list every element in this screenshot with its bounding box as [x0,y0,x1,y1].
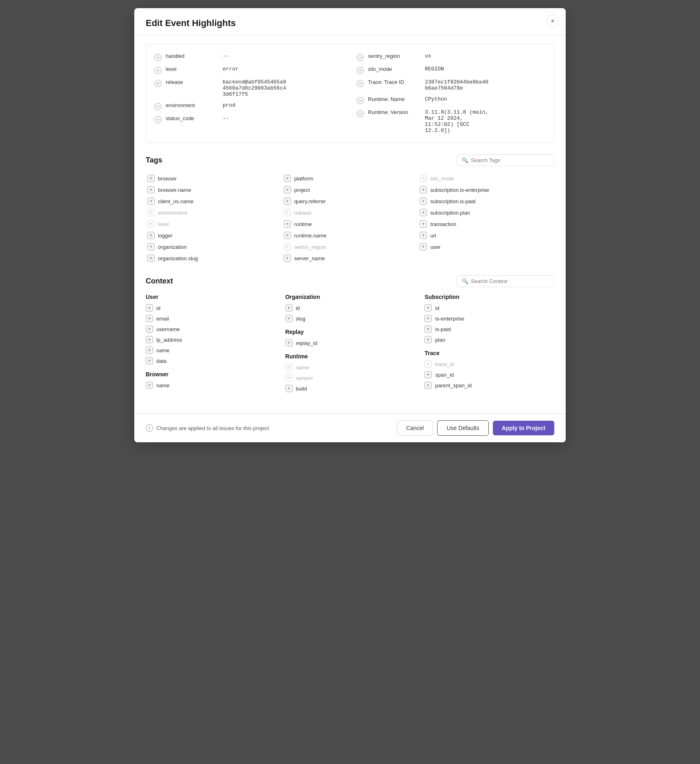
tag-label-muted: sentry_region [294,244,326,250]
footer-info: i Changes are applied to all issues for … [146,424,269,432]
tag-label: query.referrer [294,198,326,204]
tags-search-box[interactable]: 🔍 [457,154,554,166]
add-organization-tag-button[interactable]: + [147,243,155,250]
context-label: plan [435,337,445,343]
tag-label: browser [158,176,177,182]
highlight-value: backend@abf0545465a94560a7d8c29083ab56c4… [223,79,286,97]
add-replay-id-button[interactable]: + [285,339,293,347]
context-group-runtime-title: Runtime [285,353,415,360]
highlight-value: 2387ec1f82044be8ba40b6ae7584d78e [425,79,488,91]
add-sub-plan-tag-button[interactable]: + [420,209,427,216]
add-sub-is-paid-button[interactable]: + [424,325,432,333]
add-client-os-name-tag-button[interactable]: + [147,198,155,205]
list-item: +slug [285,313,415,324]
add-sub-is-enterprise-button[interactable]: + [424,315,432,322]
highlight-value: error [223,66,238,72]
highlights-box: − handled -- − level error − release bac… [146,44,554,143]
highlight-key: handled [166,53,219,59]
add-server-name-tag-button[interactable]: + [284,255,291,262]
add-url-tag-button[interactable]: + [420,232,427,239]
add-runtime-name-tag-button[interactable]: + [284,232,291,239]
context-col-2: Organization +id +slug Replay +replay_id… [285,294,415,394]
info-icon: i [146,424,153,432]
list-item: +id [146,303,276,313]
remove-trace-id-button[interactable]: − [357,80,364,87]
list-item: +url [418,230,554,241]
context-label: replay_id [296,340,317,346]
tag-label: transaction [430,221,456,227]
remove-sentry-region-button[interactable]: − [357,54,364,61]
close-button[interactable]: × [546,15,559,28]
remove-silo-mode-button[interactable]: − [357,67,364,74]
context-section-header: Context 🔍 [146,275,554,287]
search-icon: 🔍 [462,278,468,284]
tags-search-input[interactable] [471,157,549,163]
add-user-tag-button[interactable]: + [420,243,427,250]
context-label: id [296,305,300,311]
use-defaults-button[interactable]: Use Defaults [437,420,488,436]
tag-label: runtime.name [294,233,326,239]
add-user-name-button[interactable]: + [146,347,153,354]
add-transaction-tag-button[interactable]: + [420,220,427,228]
add-user-ip-button[interactable]: + [146,336,153,343]
remove-runtime-version-button[interactable]: − [357,110,364,117]
context-group-replay-title: Replay [285,329,415,335]
context-label: slug [296,316,306,322]
add-organization-slug-tag-button[interactable]: + [147,255,155,262]
list-item: +build [285,383,415,394]
add-browser-name-tag-button[interactable]: + [147,186,155,193]
add-runtime-build-button[interactable]: + [285,385,293,392]
modal-footer: i Changes are applied to all issues for … [134,413,566,442]
add-sub-paid-tag-button[interactable]: + [420,198,427,205]
tag-label-muted: release [294,210,312,216]
context-search-input[interactable] [471,278,549,284]
list-item: +id [285,303,415,313]
list-item: +name [146,345,276,356]
remove-handled-button[interactable]: − [154,54,162,61]
add-parent-span-id-button[interactable]: + [424,382,432,389]
remove-runtime-name-button[interactable]: − [357,97,364,104]
remove-status-code-button[interactable]: − [154,116,162,123]
tag-label: organization [158,244,187,250]
context-label-muted: trace_id [435,361,454,367]
list-item: +is-enterprise [424,313,554,324]
highlight-row: − level error [153,64,345,77]
add-span-id-button[interactable]: + [424,371,432,378]
add-org-slug-button[interactable]: + [285,315,293,322]
add-browser-tag-button[interactable]: + [147,175,155,182]
tag-label-muted: environment [158,210,187,216]
add-user-email-button[interactable]: + [146,315,153,322]
remove-release-button[interactable]: − [154,80,162,87]
add-project-tag-button[interactable]: + [284,186,291,193]
add-sub-enterprise-tag-button[interactable]: + [420,186,427,193]
add-logger-tag-button[interactable]: + [147,232,155,239]
add-browser-name-button[interactable]: + [146,382,153,389]
add-sub-id-button[interactable]: + [424,304,432,312]
cancel-button[interactable]: Cancel [397,420,433,436]
tags-section-header: Tags 🔍 [146,154,554,166]
add-runtime-tag-button[interactable]: + [284,220,291,228]
add-org-id-button[interactable]: + [285,304,293,312]
modal-header: Edit Event Highlights × [134,8,566,35]
tag-label: subscription.is-paid [430,198,475,204]
add-level-tag-button: + [147,220,155,228]
add-user-id-button[interactable]: + [146,304,153,312]
tag-label: user [430,244,440,250]
add-user-username-button[interactable]: + [146,325,153,333]
list-item: +ip_address [146,334,276,345]
list-item: +subscription.is-enterprise [418,184,554,195]
add-platform-tag-button[interactable]: + [284,175,291,182]
context-label: ip_address [156,337,182,343]
remove-level-button[interactable]: − [154,67,162,74]
add-query-referrer-tag-button[interactable]: + [284,198,291,205]
modal-title: Edit Event Highlights [146,18,554,29]
add-user-data-button[interactable]: + [146,357,153,364]
apply-to-project-button[interactable]: Apply to Project [493,421,554,435]
remove-environment-button[interactable]: − [154,103,162,110]
tag-label: organization.slug [158,255,198,261]
list-item: +span_id [424,369,554,380]
context-search-box[interactable]: 🔍 [457,275,554,287]
add-sub-plan-button[interactable]: + [424,336,432,343]
highlight-row: − handled -- [153,50,345,64]
highlight-row: − Runtime: Name CPython [355,94,547,107]
